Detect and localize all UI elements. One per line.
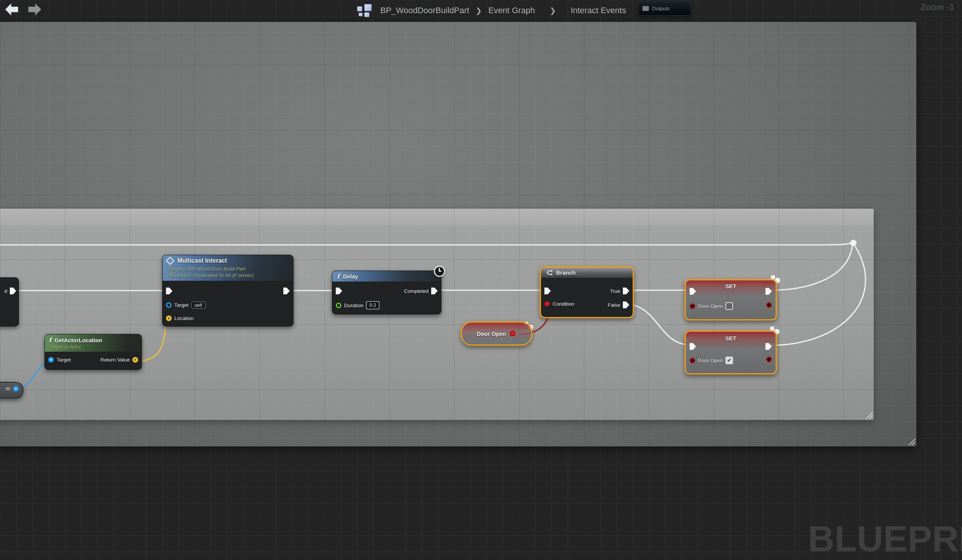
node-title: Multicast Interact xyxy=(177,257,227,264)
completed-exec-pin[interactable] xyxy=(431,287,437,294)
blueprint-editor-canvas[interactable]: BLUEPRINT d xyxy=(0,0,962,560)
exec-input-pin[interactable] xyxy=(689,343,696,350)
false-exec-pin[interactable] xyxy=(623,302,629,308)
branch-icon xyxy=(546,270,553,276)
duration-value-input[interactable]: 0.2 xyxy=(366,301,379,310)
variable-pin-label: Door Open xyxy=(698,303,723,309)
node-subtitle: Target is Actor xyxy=(48,344,138,350)
breadcrumb-separator: ❯ xyxy=(550,6,556,15)
return-value-label: Return Value xyxy=(100,357,130,363)
true-exec-pin[interactable] xyxy=(623,287,629,294)
tooltip-label: Outputs xyxy=(652,6,670,11)
exec-output-pin[interactable] xyxy=(10,287,16,294)
node-subtitle-2: RELIABLE Replicated To All (if server) xyxy=(167,272,289,279)
condition-pin-label: Condition xyxy=(553,301,574,307)
bool-input-pin[interactable] xyxy=(689,303,695,309)
exec-input-pin[interactable] xyxy=(166,287,173,294)
object-output-pin[interactable] xyxy=(13,386,19,392)
bool-output-pin[interactable] xyxy=(766,357,772,362)
node-title: GetActorLocation xyxy=(54,337,102,344)
breadcrumb-item-blueprint[interactable]: BP_WoodDoorBuildPart xyxy=(380,6,469,16)
node-subtitle-1: Target is BP Wood Door Build Part xyxy=(168,266,289,272)
node-title: Delay xyxy=(343,273,358,280)
nav-back-button[interactable] xyxy=(5,3,18,16)
false-pin-label: False xyxy=(608,302,620,308)
function-icon: f xyxy=(337,273,339,280)
zoom-level-indicator: Zoom -1 xyxy=(920,2,954,13)
node-title: SET xyxy=(686,335,776,342)
return-value-pin[interactable] xyxy=(132,357,138,363)
comment-resize-handle[interactable] xyxy=(907,437,915,445)
event-dispatcher-icon xyxy=(166,257,175,265)
target-pin[interactable] xyxy=(166,302,172,308)
node-get-actor-location[interactable]: f GetActorLocation Target is Actor Targe… xyxy=(45,334,142,370)
target-pin-label: Target xyxy=(56,357,71,363)
node-set-door-open-true[interactable]: SET Door Open ✔ xyxy=(685,331,777,374)
bool-input-pin[interactable] xyxy=(689,358,695,363)
tooltip-popup: Outputs xyxy=(638,1,691,16)
latent-clock-icon xyxy=(434,266,445,277)
exec-input-pin[interactable] xyxy=(544,287,551,294)
node-get-door-open[interactable]: Door Open xyxy=(461,321,532,346)
node-title: Branch xyxy=(556,270,576,276)
function-icon: f xyxy=(48,336,51,344)
breadcrumb-item-interact-events[interactable]: Interact Events xyxy=(571,6,626,16)
variable-pin-label: Door Open xyxy=(698,358,723,363)
exec-pin-label: d xyxy=(4,288,7,294)
blueprint-watermark: BLUEPRINT xyxy=(808,518,962,560)
breadcrumb-separator: ❯ xyxy=(476,6,482,15)
variable-label: Door Open xyxy=(477,331,506,337)
breadcrumb-item-event-graph[interactable]: Event Graph xyxy=(488,6,535,16)
true-pin-label: True xyxy=(610,288,620,294)
node-branch[interactable]: Branch Condition True False xyxy=(540,266,634,318)
comment-resize-handle[interactable] xyxy=(864,411,873,419)
node-partial-getter[interactable]: er xyxy=(0,382,23,399)
location-pin-label: Location xyxy=(174,315,194,321)
target-default-value: self xyxy=(191,302,206,309)
node-title: SET xyxy=(686,283,776,289)
bool-output-pin[interactable] xyxy=(766,302,772,308)
node-set-door-open-false[interactable]: SET Door Open xyxy=(685,279,777,320)
condition-pin[interactable] xyxy=(544,301,550,307)
getter-label: er xyxy=(6,386,11,392)
comment-title-bar[interactable] xyxy=(0,209,874,226)
node-multicast-interact[interactable]: Multicast Interact Target is BP Wood Doo… xyxy=(162,255,294,326)
nav-forward-button[interactable] xyxy=(28,3,41,16)
bool-output-pin[interactable] xyxy=(510,331,516,337)
node-partial-exec[interactable]: d xyxy=(0,278,19,326)
bool-checkbox-checked[interactable]: ✔ xyxy=(725,357,733,364)
breadcrumb: BP_WoodDoorBuildPart ❯ Event Graph ❯ Int… xyxy=(357,4,626,17)
exec-output-pin[interactable] xyxy=(283,287,290,294)
completed-pin-label: Completed xyxy=(404,288,429,294)
exec-input-pin[interactable] xyxy=(336,287,342,294)
blueprint-class-icon xyxy=(357,4,374,17)
location-pin[interactable] xyxy=(166,315,172,321)
target-pin-label: Target xyxy=(174,302,189,308)
duration-pin-label: Duration xyxy=(344,303,363,308)
node-delay[interactable]: f Delay Completed Duration 0.2 xyxy=(332,271,441,314)
duration-pin[interactable] xyxy=(336,303,341,308)
bool-checkbox-unchecked[interactable] xyxy=(725,302,733,310)
exec-output-pin[interactable] xyxy=(765,343,772,350)
target-pin[interactable] xyxy=(48,357,54,363)
pin-preview-icon xyxy=(642,6,649,11)
